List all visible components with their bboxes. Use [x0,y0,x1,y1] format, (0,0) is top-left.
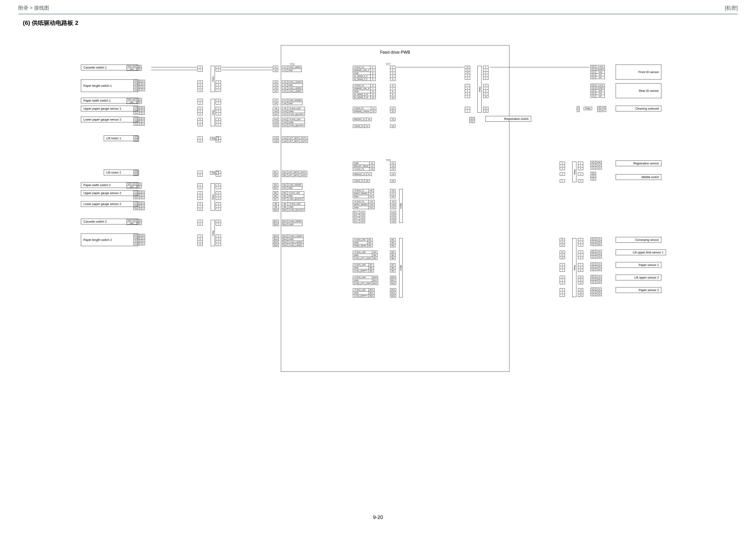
yc3-outer-5: A12A13A14 [273,118,279,127]
yc3-b11-b12: B11CAS2_OPEN B12GND [282,220,302,226]
relay-6: Relay [211,220,215,246]
yc6-outer-a4: A4 [390,173,395,176]
mid-left-2b: 4321 [216,81,221,92]
mid-left-4: 345 [198,107,203,115]
yc7-r13: REGIST_CL13 [353,118,372,121]
conveying-sensor: Conveying sensor [616,237,662,243]
mid-right-11: 321 [560,288,565,297]
yc3-outer-12: B13B14B15B16 [273,235,279,247]
yc3-outer-11: B11B12 [273,220,279,226]
yc6-a6-a8: +3.3V2_F1A6 ZERO_SENS1A7 GNDA8 [353,189,374,198]
mid-left-5b: 321 [216,118,221,126]
yc6-a1-a3: GNDA1 REGIST_SENSA2 +3.3V2_F1A3 [353,162,375,171]
yc7-outer-4: 13 [390,118,395,121]
relay-r1: Relay [477,66,481,113]
yc3-a3-a6: A3CAS1_LSIZE3 A4GND A5CAS1_LSIZE2 A6CAS1… [282,81,303,93]
lm1-pins: 2211 [133,136,139,141]
yc6-b4-b6: +3.3V2_LEDB4 GNDB5 CAS1_LIFT_LIMITB6 [353,251,377,260]
rcl-pins: 2211 [470,117,475,123]
mid-left-6: 12 [198,137,203,142]
yc7-outer-2: 678910 [390,84,395,99]
lift-motor-1: Lift motor 1 [104,135,138,141]
paper-length-switch-1: Paper length switch 1 [81,79,138,92]
lu2-pins: 333.3V22GND11Vout [590,275,602,284]
yc6-outer-b13: B13B14B15 [390,288,396,297]
pls1-pins: CN-344GND33CN-222CN-111 [133,80,145,91]
relay-3: Relay [210,137,219,140]
mid-right-1b: 12345 [483,66,488,80]
paper-length-switch-2: Paper length switch 2 [81,234,138,246]
csol-pins2: 21 [577,106,580,112]
csw1-pins: SIZE_WS22GND11 [127,65,142,71]
yc7-outer-3: 1112 [390,107,395,113]
header-right: [机密] [725,5,738,12]
csol-pins: 2COM1ACT [597,106,606,112]
yc3-a1-a2: A1CAS1_OPEN A2GND [282,66,302,72]
pws2-pins: SIZE_WS22GND11 [127,183,142,188]
csw2-pins: SIZE_WS22GND11 [127,219,142,225]
yc3-outer-8: B3B4 [273,183,278,190]
yc7-r1-r5: +3.3V2_F11 IDSENS_LED_F2 GND3 ID_SENS_S_… [353,66,375,81]
paper-sensor-2: Paper sensor 2 [616,287,662,293]
yc7-outer-1: 12345 [390,66,395,81]
mid-right-11b: 131415 [578,288,583,297]
rear-id-sensor: Rear ID sensor [616,83,662,98]
mid-left-3b: 87 [216,99,221,105]
registration-sensor: Registration sensor [616,161,662,166]
mid-right-5b: 4 [578,173,583,176]
header-rule [18,14,738,14]
mid-left-8: 12 [198,183,203,189]
yc6-outer-b4: B4B5B6 [390,251,395,260]
yc3-b8-b10: B8+3.3V2_LED B9GND B10CAS2_QUANT2 [282,202,305,212]
mid-right-3b: 1112 [483,107,488,113]
mid-right-9: 987 [560,263,565,272]
yc6-outer-b10: B10B11B12 [390,276,396,285]
mid-right-3: 21 [465,107,470,113]
mid-right-7: 151413 [560,238,565,246]
yc6-label: YC6 [386,159,390,162]
yc3-outer-4: A9A10A11 [273,107,279,116]
wiring-diagram: Feed drive PWB YC3 YC7 YC6 A1CAS1_OPEN A… [35,36,721,367]
mid-left-5: 678 [198,118,203,126]
front-id-sensor: Front ID sensor [616,64,662,79]
ug2-pins: 3.3V33GND22Vout11 [133,191,145,199]
relay-r3: Relay [572,238,576,297]
fid-pins: 55+3.3V244LEDREF33GND22IDS11IDP [590,65,605,79]
pls2-pins: CN-344GND33CN-222CN-111 [133,234,145,245]
mc-pins: 332211 [590,172,596,180]
yc6-outer-a6: A6A7A8 [390,189,395,198]
lower-gauge-sensor-1: Lower paper gauge sensor 2 [81,117,138,122]
ps2-pins: 333.3V22GND11Vout [590,288,602,296]
yc3-outer-7: B1B2 [273,171,278,177]
yc3-a7-a8: A7CAS1_WSIZE A8GND [282,99,302,105]
yc6-outer-a5: A5 [390,179,395,183]
yc6-b1-b3: +3.3V2_LEDB1 GNDB2 FEED_SENSB3 [353,238,372,247]
mid-left-4b: 654 [216,107,221,115]
lift-motor-2: Lift motor 2 [104,170,138,175]
yc3-outer-1: A1A2 [273,66,278,72]
relay-csol: Relay [584,107,592,110]
registration-clutch: Registration clutch [485,116,531,122]
relay-5: Relay [211,183,215,211]
yc3-a15-a16: A15LIFT_MOT1_OUT1 A16LIFT_MOT1_OUT2 [282,137,308,143]
yc6-outer-b7: B7B8B9 [390,263,395,272]
mid-left-2: 3456 [198,81,203,92]
lift-upper-sensor-1: Lift upper limit sensor 1 [616,249,666,255]
yc7-r14: +24V4_F114 [353,125,370,128]
mid-right-2b: 678910 [483,84,488,98]
mid-left-1: 12 [198,66,203,71]
mid-right-8: 121110 [560,251,565,259]
mid-left-12b: 4321 [216,235,221,246]
paper-sensor-1: Paper sensor 1 [616,262,662,268]
mid-right-10: 654 [560,276,565,284]
yc3-a9-a11: A9+3.3V2_LED A10GND A11CAS1_QUANT1 [282,107,305,116]
mid-left-11: 12 [198,220,203,226]
lg1-pins: 3.3V33GND22Vout11 [133,117,145,126]
lift-upper-sensor-2: Lift upper sensor 2 [616,275,662,280]
mid-right-4b: 123 [578,162,583,170]
lower-gauge-sensor-2: Lower paper gauge sensor 2 [81,201,138,207]
header-left: 附录 > 接线图 [18,5,49,12]
yc7-outer-5: 14 [390,125,395,128]
mid-right-6b: 5 [578,179,583,182]
rid-pins: 55+3.3V244LEDREF33GND22IDS11IDP [590,84,605,98]
